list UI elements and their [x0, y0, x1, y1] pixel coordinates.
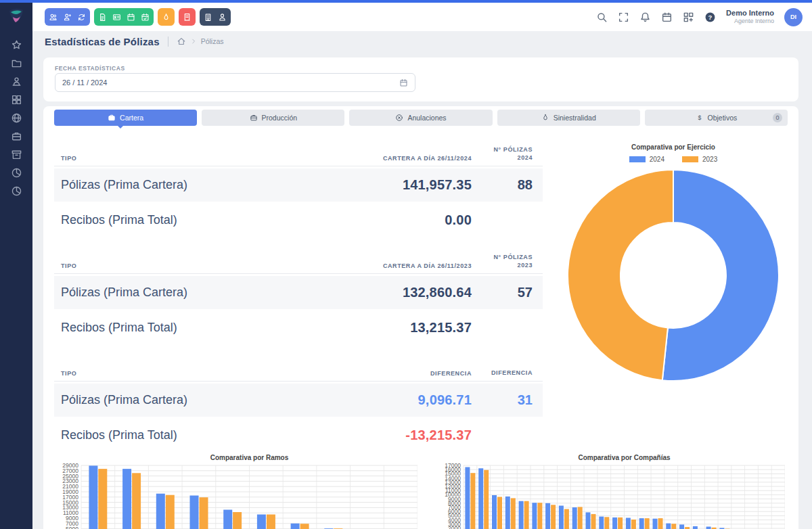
- calendar-icon[interactable]: [399, 78, 408, 87]
- clients-button[interactable]: [46, 8, 60, 26]
- sync-icon: [77, 13, 86, 22]
- table-row: Pólizas (Prima Cartera) 9,096.71 31: [54, 384, 543, 417]
- breadcrumb: Estadísticas de Pólizas Pólizas: [32, 31, 812, 51]
- header-line: 2024: [518, 154, 533, 162]
- breadcrumb-divider: [168, 37, 168, 47]
- donut-chart: [565, 167, 785, 386]
- tab-cartera[interactable]: Cartera: [54, 110, 197, 126]
- column-header-diferencia: DIFERENCIA: [333, 370, 472, 377]
- svg-text:5000: 5000: [66, 526, 78, 529]
- avatar[interactable]: DI: [784, 8, 803, 26]
- claims-button[interactable]: [159, 8, 173, 26]
- tab-label: Siniestralidad: [554, 114, 596, 122]
- archive-icon[interactable]: [11, 149, 22, 160]
- tab-label: Objetivos: [708, 114, 738, 122]
- legend-item-2023[interactable]: 2023: [682, 156, 717, 163]
- help-icon[interactable]: ?: [704, 12, 716, 23]
- calendar-icon: [127, 13, 135, 22]
- svg-text:$: $: [698, 114, 701, 121]
- chevron-right-icon: [190, 38, 197, 45]
- star-icon[interactable]: [11, 39, 22, 51]
- column-header-npolizas-2024: N° PÓLIZAS 2024: [472, 145, 543, 162]
- column-header-tipo: TIPO: [54, 155, 333, 162]
- svg-text:Comparativa por Compañías: Comparativa por Compañías: [578, 454, 671, 461]
- globe-icon[interactable]: [11, 112, 22, 124]
- tab-produccion[interactable]: Producción: [202, 110, 344, 126]
- receipts-toolbar-group: [179, 8, 196, 26]
- bell-icon[interactable]: [639, 12, 651, 23]
- top-accent-stripe: [0, 0, 812, 3]
- header-right-controls: ? Demo Interno Agente Interno DI: [596, 3, 803, 31]
- sync-button[interactable]: [74, 8, 89, 26]
- calendar-icon[interactable]: [661, 12, 673, 23]
- user-plus-icon: [63, 13, 72, 22]
- column-header-tipo: TIPO: [54, 370, 333, 377]
- tab-objetivos[interactable]: $ Objetivos 0: [645, 110, 788, 126]
- briefcase-icon[interactable]: [11, 131, 22, 142]
- row-value: 141,957.35: [333, 177, 472, 193]
- table-row: Pólizas (Prima Cartera) 141,957.35 88: [54, 168, 543, 202]
- claims-toolbar-group: [158, 8, 175, 26]
- row-count-positive: 31: [472, 392, 543, 408]
- fullscreen-icon[interactable]: [618, 12, 629, 23]
- table-row: Recibos (Prima Total) 13,215.37: [54, 311, 543, 344]
- chart-comparativa-ramos: Comparativa por Ramos2900027000250002300…: [54, 453, 418, 529]
- column-header-diferencia-count: DIFERENCIA: [472, 369, 543, 377]
- date-value: 26 / 11 / 2024: [62, 78, 107, 87]
- apps-icon[interactable]: [683, 12, 694, 23]
- breadcrumb-item-polizas: Pólizas: [201, 37, 224, 45]
- tab-anulaciones[interactable]: Anulaciones: [349, 110, 492, 126]
- row-label: Recibos (Prima Total): [54, 321, 333, 335]
- app-logo[interactable]: [7, 7, 26, 26]
- column-header-cartera-2023: CARTERA A DÍA 26/11/2023: [333, 262, 472, 269]
- legend-label: 2024: [650, 156, 664, 163]
- document-icon: [98, 13, 107, 22]
- svg-text:Comparativa por Ramos: Comparativa por Ramos: [210, 454, 289, 461]
- grid-icon[interactable]: [11, 94, 22, 106]
- table-row: Recibos (Prima Total) 0.00: [54, 204, 543, 237]
- folder-icon[interactable]: [11, 58, 22, 69]
- calendar-check-button[interactable]: [138, 8, 152, 26]
- statistics-card: Cartera Producción Anulaciones Siniestra…: [43, 106, 798, 529]
- legend-label: 2023: [702, 156, 717, 163]
- row-count: 57: [472, 285, 543, 300]
- header-line: N° PÓLIZAS: [493, 145, 533, 154]
- agent-button[interactable]: [215, 8, 229, 26]
- user-menu[interactable]: Demo Interno Agente Interno: [726, 9, 774, 26]
- id-card-button[interactable]: [110, 8, 124, 26]
- tab-siniestralidad[interactable]: Siniestralidad: [497, 110, 640, 126]
- row-value: 132,860.64: [333, 285, 472, 300]
- header-line: N° PÓLIZAS: [493, 253, 533, 261]
- agent-icon: [218, 13, 227, 22]
- user-icon[interactable]: [11, 76, 22, 87]
- cartera-tables: TIPO CARTERA A DÍA 26/11/2024 N° PÓLIZAS…: [54, 139, 543, 452]
- home-icon[interactable]: [177, 37, 186, 46]
- row-value-positive: 9,096.71: [333, 392, 472, 408]
- header-line: 2023: [518, 261, 533, 269]
- row-label: Pólizas (Prima Cartera): [54, 285, 333, 300]
- column-header-tipo: TIPO: [54, 262, 333, 269]
- chart-comparativa-ejercicio: Comparativa por Ejercicio 2024 2023: [562, 143, 785, 386]
- chart-title: Comparativa por Ejercicio: [562, 143, 785, 151]
- legend-item-2024[interactable]: 2024: [629, 156, 664, 163]
- date-filter-card: FECHA ESTADÍSTICAS 26 / 11 / 2024: [43, 58, 798, 101]
- receipts-button[interactable]: [180, 8, 194, 26]
- users-icon: [49, 13, 58, 22]
- search-icon[interactable]: [596, 12, 608, 23]
- row-value-negative: -13,215.37: [333, 428, 472, 443]
- company-button[interactable]: [201, 8, 215, 26]
- add-client-button[interactable]: [60, 8, 74, 26]
- table-header-row: TIPO CARTERA A DÍA 26/11/2023 N° PÓLIZAS…: [54, 246, 543, 274]
- chart-legend: 2024 2023: [562, 156, 785, 163]
- documents-toolbar-group: [94, 8, 154, 26]
- pie-chart-icon[interactable]: [11, 167, 22, 179]
- calendar-button[interactable]: [124, 8, 138, 26]
- document-button[interactable]: [95, 8, 110, 26]
- svg-text:2000: 2000: [448, 525, 461, 529]
- pie-chart-icon[interactable]: [11, 185, 22, 197]
- row-label: Pólizas (Prima Cartera): [54, 393, 333, 407]
- table-2023: TIPO CARTERA A DÍA 26/11/2023 N° PÓLIZAS…: [54, 246, 543, 344]
- column-header-npolizas-2023: N° PÓLIZAS 2023: [472, 253, 543, 269]
- tab-badge: 0: [773, 113, 782, 122]
- date-input[interactable]: 26 / 11 / 2024: [55, 73, 415, 92]
